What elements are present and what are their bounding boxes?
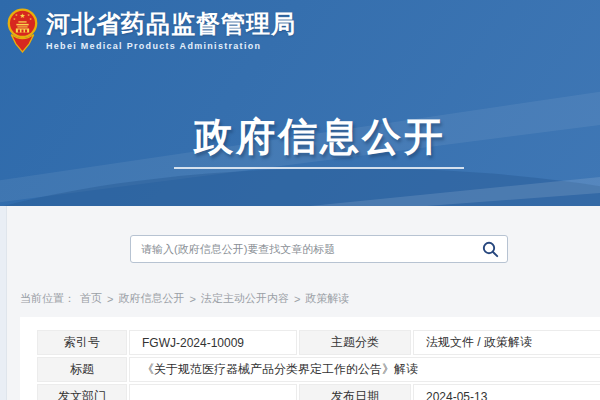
breadcrumb-separator: > bbox=[294, 293, 300, 305]
svg-text:★: ★ bbox=[27, 13, 30, 17]
title-label: 标题 bbox=[37, 357, 127, 382]
breadcrumb-prefix: 当前位置： bbox=[20, 291, 75, 306]
publish-date-label: 发布日期 bbox=[299, 384, 411, 400]
search-input[interactable] bbox=[131, 236, 473, 262]
topic-category-value: 法规文件 / 政策解读 bbox=[413, 330, 600, 355]
index-number-value: FGWJ-2024-10009 bbox=[129, 330, 297, 355]
breadcrumb-link-home[interactable]: 首页 bbox=[80, 291, 102, 306]
title-value: 《关于规范医疗器械产品分类界定工作的公告》解读 bbox=[129, 357, 600, 382]
national-emblem-icon: ★ ★ ★ ★ ★ bbox=[7, 8, 38, 53]
index-number-label: 索引号 bbox=[37, 330, 127, 355]
publish-date-value: 2024-05-13 bbox=[413, 384, 600, 400]
magnifier-icon bbox=[482, 241, 499, 258]
breadcrumb-link-info-disclosure[interactable]: 政府信息公开 bbox=[118, 291, 184, 306]
svg-text:★: ★ bbox=[20, 12, 26, 19]
svg-text:★: ★ bbox=[15, 13, 18, 17]
page-title: 政府信息公开 bbox=[0, 110, 600, 164]
svg-text:★: ★ bbox=[29, 17, 32, 21]
breadcrumb-separator: > bbox=[189, 293, 195, 305]
topic-category-label: 主题分类 bbox=[299, 330, 411, 355]
org-name-en: Hebei Medical Products Administration bbox=[46, 41, 296, 51]
page: ★ ★ ★ ★ ★ 河北省药品监督管理局 Hebei Medical Produ… bbox=[0, 0, 600, 400]
breadcrumb: 当前位置： 首页 > 政府信息公开 > 法定主动公开内容 > 政策解读 bbox=[20, 291, 349, 306]
table-row: 索引号 FGWJ-2024-10009 主题分类 法规文件 / 政策解读 bbox=[37, 330, 600, 355]
banner-underline bbox=[174, 167, 464, 169]
blue-header: ★ ★ ★ ★ ★ 河北省药品监督管理局 Hebei Medical Produ… bbox=[0, 0, 600, 206]
breadcrumb-link-statutory-content[interactable]: 法定主动公开内容 bbox=[201, 291, 289, 306]
search-button[interactable] bbox=[473, 236, 507, 262]
table-row: 标题 《关于规范医疗器械产品分类界定工作的公告》解读 bbox=[37, 357, 600, 382]
document-meta-table: 索引号 FGWJ-2024-10009 主题分类 法规文件 / 政策解读 标题 … bbox=[35, 328, 600, 400]
issuing-dept-label: 发文部门 bbox=[37, 384, 127, 400]
issuing-dept-value bbox=[129, 384, 297, 400]
org-name-zh: 河北省药品监督管理局 bbox=[46, 10, 296, 38]
site-title-group: 河北省药品监督管理局 Hebei Medical Products Admini… bbox=[46, 10, 296, 51]
breadcrumb-link-policy-interpretation[interactable]: 政策解读 bbox=[305, 291, 349, 306]
left-edge-strip bbox=[0, 206, 7, 400]
site-logo[interactable]: ★ ★ ★ ★ ★ 河北省药品监督管理局 Hebei Medical Produ… bbox=[7, 8, 296, 53]
search-box bbox=[130, 235, 508, 263]
document-panel: 索引号 FGWJ-2024-10009 主题分类 法规文件 / 政策解读 标题 … bbox=[20, 317, 600, 400]
breadcrumb-separator: > bbox=[107, 293, 113, 305]
table-row: 发文部门 发布日期 2024-05-13 bbox=[37, 384, 600, 400]
svg-text:★: ★ bbox=[13, 17, 16, 21]
